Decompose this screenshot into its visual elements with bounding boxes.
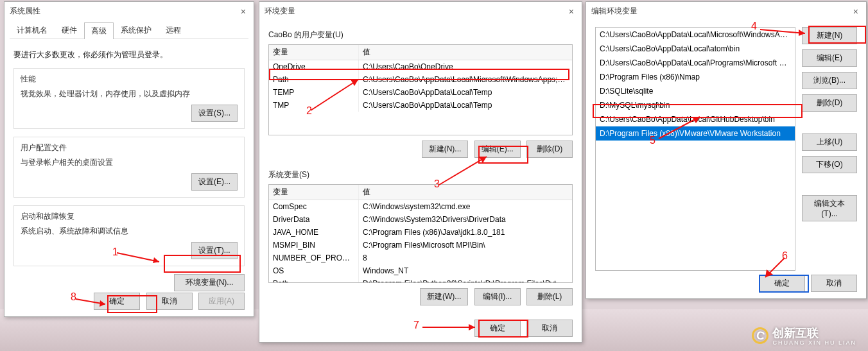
table-row[interactable]: JAVA_HOMEC:\Program Files (x86)\Java\jdk…	[269, 226, 572, 239]
userprofile-settings-button[interactable]: 设置(E)...	[191, 173, 238, 191]
col-header-value[interactable]: 值	[359, 45, 572, 60]
col-header-value[interactable]: 值	[359, 185, 572, 200]
var-value: C:\Users\CaoBo\AppData\Local\Temp	[359, 86, 572, 99]
var-value: C:\Program Files (x86)\Java\jdk1.8.0_181	[359, 226, 572, 239]
sys-delete-button[interactable]: 删除(L)	[526, 288, 573, 305]
var-name: Path	[269, 277, 359, 282]
col-header-variable[interactable]: 变量	[269, 185, 359, 200]
titlebar: 系统属性 ×	[4, 2, 254, 21]
browse-button[interactable]: 浏览(B)...	[802, 72, 857, 89]
env-variables-button[interactable]: 环境变量(N)...	[174, 274, 245, 291]
edit-button[interactable]: 编辑(E)	[802, 49, 857, 67]
userprofile-desc: 与登录帐户相关的桌面设置	[21, 157, 238, 168]
var-name: Path	[269, 73, 359, 86]
user-edit-button[interactable]: 编辑(E)...	[474, 141, 521, 158]
var-value: C:\Users\CaoBo\AppData\Local\Temp	[359, 99, 572, 112]
tab-computer-name[interactable]: 计算机名	[10, 22, 55, 39]
new-button[interactable]: 新建(N)	[802, 27, 857, 44]
close-icon[interactable]: ×	[566, 6, 577, 17]
ok-button[interactable]: 确定	[94, 293, 140, 310]
table-row[interactable]: PathD:\Program Files\Python36\Scripts\;D…	[269, 277, 572, 282]
startup-desc: 系统启动、系统故障和调试信息	[21, 226, 238, 237]
side-buttons: 新建(N) 编辑(E) 浏览(B)... 删除(D) 上移(U) 下移(O) 编…	[802, 27, 857, 271]
sys-edit-button[interactable]: 编辑(I)...	[474, 288, 521, 305]
logo-text: 创新互联	[772, 327, 819, 339]
close-icon[interactable]: ×	[851, 6, 861, 17]
title: 系统属性	[10, 6, 40, 17]
path-list[interactable]: C:\Users\CaoBo\AppData\Local\Microsoft\W…	[595, 27, 795, 271]
list-item[interactable]: D:\MySQL\mysql\bin	[596, 98, 795, 112]
table-row[interactable]: TEMPC:\Users\CaoBo\AppData\Local\Temp	[269, 86, 572, 99]
list-item[interactable]: D:\Program Files (x86)\Nmap	[596, 70, 795, 84]
startup-group: 启动和故障恢复 系统启动、系统故障和调试信息 设置(T)...	[13, 205, 245, 266]
var-value: C:\Users\CaoBo\AppData\Local\Microsoft\W…	[359, 73, 572, 86]
sys-new-button[interactable]: 新建(W)...	[420, 288, 468, 305]
var-value: C:\Windows\System32\Drivers\DriverData	[359, 213, 572, 226]
var-value: C:\Windows\system32\cmd.exe	[359, 200, 572, 213]
var-name: TEMP	[269, 86, 359, 99]
var-name: OS	[269, 264, 359, 277]
env-variables-dialog: 环境变量 × CaoBo 的用户变量(U) 变量 值 OneDriveC:\Us…	[259, 1, 582, 343]
performance-desc: 视觉效果，处理器计划，内存使用，以及虚拟内存	[21, 89, 238, 99]
performance-group: 性能 视觉效果，处理器计划，内存使用，以及虚拟内存 设置(S)...	[13, 68, 245, 129]
tab-hardware[interactable]: 硬件	[55, 22, 84, 39]
tab-remote[interactable]: 远程	[159, 22, 188, 39]
tab-advanced[interactable]: 高级	[84, 22, 114, 39]
cancel-button[interactable]: 取消	[811, 275, 857, 292]
list-item[interactable]: C:\Users\CaoBo\AppData\Local\Microsoft\W…	[596, 28, 795, 42]
startup-settings-button[interactable]: 设置(T)...	[191, 242, 238, 259]
titlebar: 编辑环境变量 ×	[586, 2, 866, 21]
var-value: C:\Users\CaoBo\OneDrive	[359, 60, 572, 73]
edit-env-variable-dialog: 编辑环境变量 × C:\Users\CaoBo\AppData\Local\Mi…	[586, 1, 867, 299]
table-row[interactable]: NUMBER_OF_PROCESSORS8	[269, 252, 572, 264]
performance-title: 性能	[21, 74, 238, 85]
list-item[interactable]: D:\Program Files (x86)\VMware\VMware Wor…	[596, 126, 795, 141]
titlebar: 环境变量 ×	[259, 2, 582, 21]
list-item[interactable]: D:\Users\CaoBo\AppData\Local\Programs\Mi…	[596, 56, 795, 70]
watermark-logo: C 创新互联 CHUANG XIN HU LIAN	[752, 325, 856, 346]
system-properties-dialog: 系统属性 × 计算机名 硬件 高级 系统保护 远程 要进行大多数更改，你必须作为…	[4, 1, 254, 317]
user-vars-table[interactable]: 变量 值 OneDriveC:\Users\CaoBo\OneDrivePath…	[268, 44, 573, 135]
col-header-variable[interactable]: 变量	[269, 45, 359, 60]
cancel-button[interactable]: 取消	[526, 320, 573, 337]
var-value: D:\Program Files\Python36\Scripts\;D:\Pr…	[359, 277, 572, 282]
move-up-button[interactable]: 上移(U)	[802, 133, 857, 151]
table-row[interactable]: ComSpecC:\Windows\system32\cmd.exe	[269, 200, 572, 213]
list-item[interactable]: D:\SQLite\sqlite	[596, 84, 795, 98]
list-item[interactable]: C:\Users\CaoBo\AppData\Local\GitHubDeskt…	[596, 112, 795, 126]
ok-button[interactable]: 确定	[759, 275, 805, 292]
sys-vars-label: 系统变量(S)	[268, 169, 573, 180]
delete-button[interactable]: 删除(D)	[802, 94, 857, 112]
list-item[interactable]: C:\Users\CaoBo\AppData\Local\atom\bin	[596, 42, 795, 56]
var-name: TMP	[269, 99, 359, 112]
var-name: NUMBER_OF_PROCESSORS	[269, 252, 359, 264]
table-row[interactable]: OneDriveC:\Users\CaoBo\OneDrive	[269, 60, 572, 73]
performance-settings-button[interactable]: 设置(S)...	[191, 105, 238, 122]
sys-vars-table[interactable]: 变量 值 ComSpecC:\Windows\system32\cmd.exeD…	[268, 184, 573, 283]
title: 编辑环境变量	[591, 6, 638, 17]
table-row[interactable]: MSMPI_BINC:\Program Files\Microsoft MPI\…	[269, 239, 572, 252]
close-icon[interactable]: ×	[238, 6, 248, 17]
admin-note: 要进行大多数更改，你必须作为管理员登录。	[13, 49, 245, 60]
apply-button[interactable]: 应用(A)	[198, 293, 245, 310]
var-name: JAVA_HOME	[269, 226, 359, 239]
table-row[interactable]: DriverDataC:\Windows\System32\Drivers\Dr…	[269, 213, 572, 226]
move-down-button[interactable]: 下移(O)	[802, 156, 857, 173]
table-row[interactable]: OSWindows_NT	[269, 264, 572, 277]
logo-icon: C	[752, 327, 768, 344]
ok-button[interactable]: 确定	[474, 320, 521, 337]
userprofile-title: 用户配置文件	[21, 142, 238, 153]
user-delete-button[interactable]: 删除(D)	[526, 141, 573, 158]
startup-title: 启动和故障恢复	[21, 211, 238, 222]
tab-system-protection[interactable]: 系统保护	[114, 22, 159, 39]
table-row[interactable]: PathC:\Users\CaoBo\AppData\Local\Microso…	[269, 73, 572, 86]
edit-text-button[interactable]: 编辑文本(T)...	[802, 195, 857, 221]
userprofile-group: 用户配置文件 与登录帐户相关的桌面设置 设置(E)...	[13, 137, 245, 198]
var-value: C:\Program Files\Microsoft MPI\Bin\	[359, 239, 572, 252]
table-row[interactable]: TMPC:\Users\CaoBo\AppData\Local\Temp	[269, 99, 572, 112]
cancel-button[interactable]: 取消	[146, 293, 193, 310]
var-value: Windows_NT	[359, 264, 572, 277]
var-name: MSMPI_BIN	[269, 239, 359, 252]
user-vars-label: CaoBo 的用户变量(U)	[268, 30, 573, 40]
user-new-button[interactable]: 新建(N)...	[422, 141, 469, 158]
